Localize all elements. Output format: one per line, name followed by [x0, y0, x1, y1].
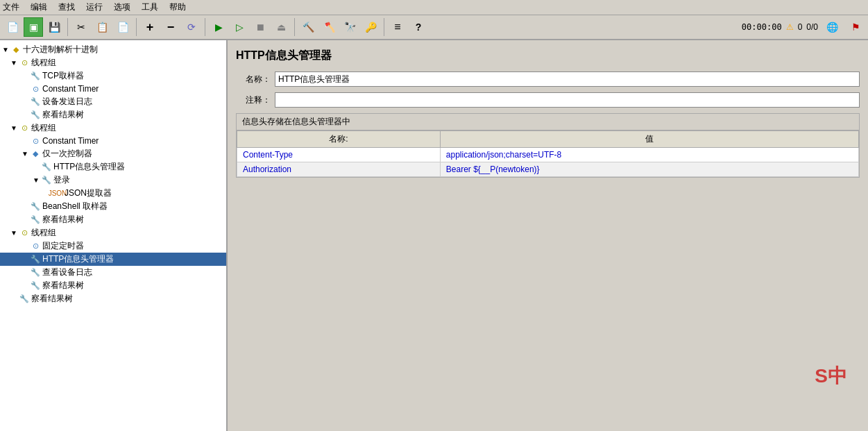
toolbar-status: 00:00:00 ⚠ 0 0/0 🌐 ⚑: [742, 17, 865, 37]
name-input[interactable]: [275, 71, 860, 87]
expand-root[interactable]: ▼: [1, 46, 10, 54]
cell-name: Content-Type: [237, 148, 441, 162]
col-header-name: 名称:: [237, 131, 441, 148]
stop-now-button[interactable]: ⏏: [271, 17, 291, 37]
tree-item-tcp[interactable]: ▷ 🔧 TCP取样器: [0, 69, 226, 83]
paste-button[interactable]: 📄: [113, 17, 133, 37]
content-panel: HTTP信息头管理器 名称： 注释： 信息头存储在信息头管理器中 名称: 值 C…: [228, 40, 868, 431]
sep3: [205, 18, 205, 36]
menu-file[interactable]: 文件: [3, 1, 19, 13]
label-tcp: TCP取样器: [42, 70, 84, 82]
remove-button[interactable]: −: [161, 17, 180, 37]
menubar: 文件 编辑 查找 运行 选项 工具 帮助: [0, 0, 868, 15]
tree-item-view2[interactable]: ▷ 🔧 察看结果树: [0, 213, 226, 226]
tree-item-json1[interactable]: ▷ JSON JSON提取器: [0, 187, 226, 200]
tree-item-tg2[interactable]: ▼ ⊙ 线程组: [0, 121, 226, 135]
main-container: ▼ ◆ 十六进制解析十进制 ▼ ⊙ 线程组 ▷ 🔧 TCP取样器 ▷ ⊙ Con…: [0, 40, 868, 431]
save-button[interactable]: 💾: [44, 17, 64, 37]
label-view2: 察看结果树: [42, 214, 84, 226]
clear-button[interactable]: 🔨: [298, 17, 318, 37]
expand-tg3[interactable]: ▼: [10, 229, 18, 237]
tree-item-http1[interactable]: ▷ 🔧 HTTP信息头管理器: [0, 160, 226, 174]
add-button[interactable]: +: [140, 17, 160, 37]
list-button[interactable]: ≡: [388, 17, 407, 37]
icon-view4: 🔧: [19, 294, 30, 305]
icon-tg1: ⊙: [19, 58, 30, 69]
new-button[interactable]: 📄: [3, 17, 22, 37]
icon-fixed1: ⊙: [30, 241, 41, 252]
tree-item-view3[interactable]: ▷ 🔧 察看结果树: [0, 279, 226, 292]
tree-item-fixed1[interactable]: ▷ ⊙ 固定定时器: [0, 239, 226, 253]
comment-row: 注释：: [236, 92, 860, 108]
icon-log2: 🔧: [30, 267, 41, 278]
headers-table-section: 信息头存储在信息头管理器中 名称: 值 Content-Typeapplicat…: [236, 113, 860, 178]
label-http2: HTTP信息头管理器: [42, 253, 114, 265]
stop-button[interactable]: ⏹: [250, 17, 270, 37]
icon-root: ◆: [10, 44, 22, 56]
label-root: 十六进制解析十进制: [23, 44, 98, 56]
menu-tools[interactable]: 工具: [142, 1, 158, 13]
table-header-row: 名称: 值: [237, 131, 859, 148]
label-login1: 登录: [53, 174, 70, 186]
icon-tcp: 🔧: [30, 71, 41, 82]
label-ct2: Constant Timer: [42, 136, 99, 146]
tree-item-tg1[interactable]: ▼ ⊙ 线程组: [0, 56, 226, 69]
tree-item-tg3[interactable]: ▼ ⊙ 线程组: [0, 226, 226, 239]
reset-button[interactable]: ⟳: [182, 17, 201, 37]
help-button[interactable]: ?: [409, 17, 428, 37]
tree-item-log1[interactable]: ▷ 🔧 设备发送日志: [0, 95, 226, 108]
script-button[interactable]: 🪓: [319, 17, 339, 37]
name-label: 名称：: [236, 74, 271, 85]
expand-once1[interactable]: ▼: [21, 150, 29, 158]
cut-button[interactable]: ✂: [71, 17, 91, 37]
cell-name: Authorization: [237, 162, 441, 177]
sep5: [384, 18, 384, 36]
start-button[interactable]: ▶: [209, 17, 228, 37]
label-view1: 察看结果树: [42, 109, 84, 121]
cell-value: Bearer ${__P(newtoken)}: [440, 162, 858, 177]
label-view3: 察看结果树: [42, 280, 84, 291]
menu-find[interactable]: 查找: [58, 1, 75, 13]
tree-item-http2[interactable]: ▷ 🔧 HTTP信息头管理器: [0, 253, 226, 266]
cell-value: application/json;charset=UTF-8: [440, 148, 858, 162]
globe-button[interactable]: 🌐: [822, 17, 842, 37]
label-log1: 设备发送日志: [42, 96, 92, 108]
tree-panel: ▼ ◆ 十六进制解析十进制 ▼ ⊙ 线程组 ▷ 🔧 TCP取样器 ▷ ⊙ Con…: [0, 40, 228, 431]
copy-button[interactable]: 📋: [92, 17, 112, 37]
tree-item-once1[interactable]: ▼ ◆ 仅一次控制器: [0, 147, 226, 160]
tree-item-login1[interactable]: ▼ 🔧 登录: [0, 174, 226, 187]
time-display: 00:00:00: [742, 22, 782, 32]
label-tg3: 线程组: [31, 227, 56, 239]
tree-item-ct2[interactable]: ▷ ⊙ Constant Timer: [0, 135, 226, 147]
tree-item-view1[interactable]: ▷ 🔧 察看结果树: [0, 108, 226, 121]
key-button[interactable]: 🔑: [361, 17, 380, 37]
tree-item-root[interactable]: ▼ ◆ 十六进制解析十进制: [0, 43, 226, 56]
icon-http1: 🔧: [41, 162, 52, 173]
tree-item-log2[interactable]: ▷ 🔧 查看设备日志: [0, 266, 226, 279]
icon-http2: 🔧: [30, 254, 41, 265]
tree-item-ct1[interactable]: ▷ ⊙ Constant Timer: [0, 83, 226, 95]
tree-item-view4[interactable]: ▷ 🔧 察看结果树: [0, 292, 226, 305]
icon-view2: 🔧: [30, 214, 41, 226]
open-button[interactable]: ▣: [24, 17, 43, 37]
label-ct1: Constant Timer: [42, 84, 99, 94]
table-row[interactable]: Content-Typeapplication/json;charset=UTF…: [237, 148, 859, 162]
start-no-pause-button[interactable]: ▷: [230, 17, 249, 37]
label-fixed1: 固定定时器: [42, 240, 84, 252]
table-row[interactable]: AuthorizationBearer ${__P(newtoken)}: [237, 162, 859, 177]
menu-edit[interactable]: 编辑: [31, 1, 47, 13]
expand-tg1[interactable]: ▼: [10, 59, 18, 67]
tree-item-bean1[interactable]: ▷ 🔧 BeanShell 取样器: [0, 200, 226, 213]
comment-input[interactable]: [275, 92, 860, 108]
menu-run[interactable]: 运行: [86, 1, 103, 13]
expand-login1[interactable]: ▼: [32, 176, 40, 185]
menu-help[interactable]: 帮助: [169, 1, 186, 13]
menu-options[interactable]: 选项: [114, 1, 130, 13]
flag-button[interactable]: ⚑: [846, 17, 865, 37]
warning-count: 0: [798, 22, 803, 32]
toolbar: 📄 ▣ 💾 ✂ 📋 📄 + − ⟳ ▶ ▷ ⏹ ⏏ 🔨 🪓 🔭 🔑 ≡ ? 00…: [0, 15, 868, 40]
sep1: [67, 18, 68, 36]
sep2: [136, 18, 137, 36]
expand-tg2[interactable]: ▼: [10, 124, 18, 133]
search-button[interactable]: 🔭: [340, 17, 359, 37]
